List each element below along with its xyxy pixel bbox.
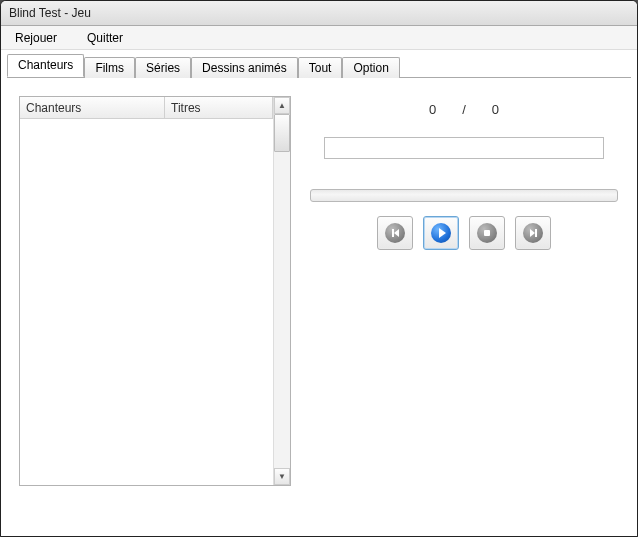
tab-dessins-animes[interactable]: Dessins animés xyxy=(191,57,298,78)
app-window: Blind Test - Jeu Rejouer Quitter Chanteu… xyxy=(0,0,638,537)
next-button[interactable] xyxy=(515,216,551,250)
player-pane: 0 / 0 xyxy=(309,96,619,518)
next-icon xyxy=(523,223,543,243)
list-column-titres: Titres xyxy=(165,97,273,485)
list-scrollbar[interactable]: ▲ ▼ xyxy=(273,97,290,485)
scroll-down-button[interactable]: ▼ xyxy=(274,468,290,485)
tab-chanteurs[interactable]: Chanteurs xyxy=(7,54,84,77)
column-header-titres[interactable]: Titres xyxy=(165,97,273,119)
playback-progress[interactable] xyxy=(310,189,618,202)
scroll-thumb[interactable] xyxy=(274,114,290,152)
tab-panel-chanteurs: Chanteurs Titres ▲ ▼ 0 / 0 xyxy=(7,77,631,530)
answer-input[interactable] xyxy=(324,137,604,159)
media-controls xyxy=(377,216,551,250)
scroll-up-button[interactable]: ▲ xyxy=(274,97,290,114)
tab-option[interactable]: Option xyxy=(342,57,399,78)
stop-button[interactable] xyxy=(469,216,505,250)
column-header-chanteurs[interactable]: Chanteurs xyxy=(20,97,165,119)
play-button[interactable] xyxy=(423,216,459,250)
scroll-track[interactable] xyxy=(274,114,290,468)
tab-tout[interactable]: Tout xyxy=(298,57,343,78)
window-title: Blind Test - Jeu xyxy=(9,6,91,20)
tab-series[interactable]: Séries xyxy=(135,57,191,78)
play-icon xyxy=(431,223,451,243)
stop-icon xyxy=(477,223,497,243)
prev-icon xyxy=(385,223,405,243)
score-total: 0 xyxy=(492,102,499,117)
score-display: 0 / 0 xyxy=(429,102,499,117)
tabstrip: Chanteurs Films Séries Dessins animés To… xyxy=(1,50,637,77)
score-current: 0 xyxy=(429,102,436,117)
menubar: Rejouer Quitter xyxy=(1,26,637,50)
menu-quit[interactable]: Quitter xyxy=(79,28,131,48)
list-column-chanteurs: Chanteurs xyxy=(20,97,165,485)
prev-button[interactable] xyxy=(377,216,413,250)
song-list[interactable]: Chanteurs Titres ▲ ▼ xyxy=(19,96,291,486)
menu-replay[interactable]: Rejouer xyxy=(7,28,65,48)
titlebar[interactable]: Blind Test - Jeu xyxy=(1,1,637,26)
tab-films[interactable]: Films xyxy=(84,57,135,78)
score-separator: / xyxy=(462,102,466,117)
